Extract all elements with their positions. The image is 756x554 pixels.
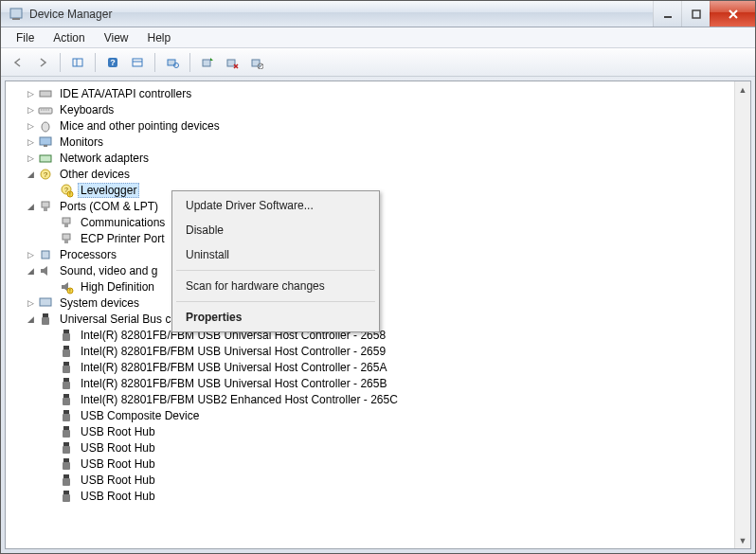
svg-text:?: ? (110, 58, 116, 67)
expander-icon[interactable]: ▷ (25, 120, 36, 132)
update-driver-button[interactable] (196, 51, 219, 74)
ctx-properties[interactable]: Properties (174, 305, 377, 330)
node-label: Processors (57, 248, 119, 261)
expander-icon[interactable]: ▷ (25, 88, 36, 99)
tree-node-monitors[interactable]: ▷ Monitors (8, 134, 734, 150)
ctx-separator (176, 301, 375, 302)
ctx-disable[interactable]: Disable (174, 218, 377, 242)
toolbar: ? (1, 48, 755, 77)
node-label: USB Root Hub (78, 490, 158, 503)
mouse-icon (38, 118, 53, 134)
usb-device-icon (59, 360, 74, 375)
usb-device-icon (59, 440, 74, 456)
app-icon (9, 7, 24, 22)
tree-node-usb-child[interactable]: Intel(R) 82801FB/FBM USB Universal Host … (8, 343, 734, 359)
vertical-scrollbar[interactable]: ▲ ▼ (734, 81, 750, 548)
node-label: Mice and other pointing devices (57, 119, 223, 133)
tree-node-mice[interactable]: ▷ Mice and other pointing devices (8, 117, 734, 134)
expander-collapse-icon[interactable]: ◢ (25, 313, 36, 325)
port-icon (59, 215, 74, 230)
node-label: System devices (57, 296, 142, 310)
svg-rect-43 (63, 333, 70, 341)
svg-rect-0 (10, 9, 22, 18)
node-label: USB Root Hub (78, 474, 158, 487)
expander-collapse-icon[interactable]: ◢ (25, 169, 36, 180)
menu-action[interactable]: Action (44, 29, 94, 46)
tree-node-ide[interactable]: ▷ IDE ATA/ATAPI controllers (8, 85, 734, 101)
processor-icon (38, 247, 53, 262)
minimize-button[interactable] (653, 1, 681, 27)
expander-collapse-icon[interactable]: ◢ (25, 265, 36, 277)
node-label: Intel(R) 82801FB/FBM USB Universal Host … (78, 361, 389, 374)
node-label: USB Root Hub (78, 457, 158, 471)
window-title: Device Manager (29, 8, 653, 21)
ctx-update-driver[interactable]: Update Driver Software... (174, 193, 377, 218)
node-label: IDE ATA/ATAPI controllers (57, 87, 194, 100)
node-label: High Definition (78, 280, 157, 294)
tree-node-usb-child[interactable]: USB Root Hub (8, 423, 734, 439)
svg-rect-17 (40, 91, 51, 97)
scan-hardware-button[interactable] (161, 51, 184, 74)
expander-icon[interactable]: ▷ (25, 297, 36, 309)
forward-button[interactable] (31, 51, 54, 74)
tree-node-network[interactable]: ▷ Network adapters (8, 150, 734, 166)
system-icon (38, 295, 53, 311)
monitor-icon (38, 134, 53, 150)
back-button[interactable] (7, 51, 29, 74)
svg-rect-50 (63, 394, 69, 398)
tree-node-usb-child[interactable]: USB Root Hub (8, 488, 734, 504)
usb-device-icon (59, 376, 74, 391)
titlebar[interactable]: Device Manager (1, 1, 755, 27)
svg-rect-31 (44, 207, 47, 211)
svg-rect-4 (73, 59, 82, 66)
tree-node-usb-child[interactable]: Intel(R) 82801FB/FBM USB2 Enhanced Host … (8, 391, 734, 407)
expander-icon[interactable]: ▷ (25, 136, 36, 148)
tree-node-keyboards[interactable]: ▷ Keyboards (8, 101, 734, 117)
svg-rect-63 (63, 494, 70, 502)
show-hide-tree-button[interactable] (66, 51, 89, 74)
close-button[interactable] (710, 1, 755, 27)
svg-rect-59 (63, 462, 70, 470)
expander-icon[interactable]: ▷ (25, 152, 36, 164)
scroll-track[interactable] (735, 98, 750, 532)
svg-rect-12 (203, 60, 210, 66)
tree-node-usb-child[interactable]: USB Composite Device (8, 407, 734, 423)
node-label: Intel(R) 82801FB/FBM USB Universal Host … (78, 377, 389, 390)
tree-node-usb-child[interactable]: Intel(R) 82801FB/FBM USB Universal Host … (8, 375, 734, 391)
tree-node-other[interactable]: ◢ ? Other devices (8, 166, 734, 182)
tree-node-usb-child[interactable]: USB Root Hub (8, 456, 734, 472)
svg-rect-1 (12, 18, 20, 20)
svg-rect-48 (63, 378, 69, 382)
menu-help[interactable]: Help (138, 29, 181, 46)
device-tree[interactable]: ▷ IDE ATA/ATAPI controllers ▷ Keyboards … (6, 81, 734, 548)
svg-rect-22 (44, 145, 47, 147)
svg-rect-35 (64, 240, 68, 243)
node-label: Keyboards (57, 103, 117, 116)
node-label: Other devices (57, 168, 133, 181)
menu-file[interactable]: File (7, 29, 44, 46)
svg-rect-33 (64, 223, 68, 227)
scroll-down-button[interactable]: ▼ (735, 532, 750, 548)
tree-node-usb-child[interactable]: USB Root Hub (8, 439, 734, 456)
help-button[interactable]: ? (101, 51, 124, 74)
scroll-up-button[interactable]: ▲ (735, 81, 750, 98)
expander-collapse-icon[interactable]: ◢ (25, 201, 36, 212)
menu-view[interactable]: View (95, 29, 138, 46)
uninstall-button[interactable] (221, 51, 243, 74)
node-label: USB Root Hub (78, 425, 158, 438)
svg-rect-58 (63, 458, 69, 462)
maximize-button[interactable] (681, 1, 710, 27)
properties-button[interactable] (126, 51, 149, 74)
expander-icon[interactable]: ▷ (25, 249, 36, 260)
ctx-uninstall[interactable]: Uninstall (174, 242, 377, 267)
usb-device-icon (59, 328, 74, 343)
expander-icon[interactable]: ▷ (25, 104, 36, 116)
node-label: USB Root Hub (78, 441, 158, 455)
svg-point-20 (42, 122, 49, 132)
usb-device-icon (59, 489, 74, 504)
disable-button[interactable] (245, 51, 268, 74)
tree-node-usb-child[interactable]: USB Root Hub (8, 472, 734, 488)
ctx-scan[interactable]: Scan for hardware changes (174, 274, 377, 298)
tree-node-usb-child[interactable]: Intel(R) 82801FB/FBM USB Universal Host … (8, 359, 734, 375)
usb-icon (38, 312, 53, 327)
